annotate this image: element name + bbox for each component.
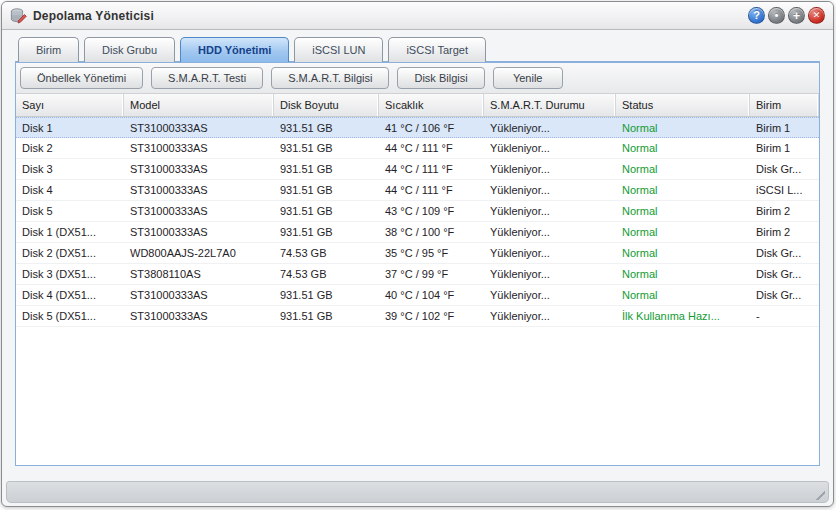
cell-temp: 44 °C / 111 °F [379, 138, 484, 158]
cell-temp: 40 °C / 104 °F [379, 285, 484, 305]
cell-size: 74.53 GB [274, 264, 379, 284]
column-header-s-m-a-r-t-durumu[interactable]: S.M.A.R.T. Durumu [484, 94, 616, 116]
table-row[interactable]: Disk 1 (DX51...ST31000333AS931.51 GB38 °… [16, 222, 819, 243]
s-m-a-r-t-testi-button[interactable]: S.M.A.R.T. Testi [151, 67, 263, 89]
cell-status: Normal [616, 118, 750, 137]
disk-bilgisi-button[interactable]: Disk Bilgisi [397, 67, 484, 89]
cell-model: ST31000333AS [124, 180, 274, 200]
hdd-management-panel: Önbellek YönetimiS.M.A.R.T. TestiS.M.A.R… [15, 61, 820, 466]
tab-iscsi-target[interactable]: iSCSI Target [388, 37, 486, 62]
help-button[interactable]: ? [748, 7, 765, 24]
cell-model: ST31000333AS [124, 159, 274, 179]
nbellek-y-netimi-button[interactable]: Önbellek Yönetimi [20, 67, 143, 89]
resize-grip-icon[interactable] [812, 487, 825, 500]
cell-model: ST31000333AS [124, 201, 274, 221]
tab-strip: BirimDisk GrubuHDD YönetimiiSCSI LUNiSCS… [15, 36, 820, 61]
cell-smart: Yükleniyor... [484, 180, 616, 200]
cell-volume: Birim 1 [750, 138, 816, 158]
table-row[interactable]: Disk 2ST31000333AS931.51 GB44 °C / 111 °… [16, 138, 819, 159]
cell-status: İlk Kullanıma Hazı... [616, 306, 750, 326]
cell-status: Normal [616, 201, 750, 221]
title-bar[interactable]: Depolama Yöneticisi ? • + ✕ [2, 2, 833, 30]
cell-size: 931.51 GB [274, 285, 379, 305]
cell-size: 931.51 GB [274, 306, 379, 326]
cell-size: 931.51 GB [274, 180, 379, 200]
window-controls: ? • + ✕ [748, 7, 825, 24]
cell-temp: 43 °C / 109 °F [379, 201, 484, 221]
tab-iscsi-lun[interactable]: iSCSI LUN [294, 37, 383, 62]
cell-size: 931.51 GB [274, 118, 379, 137]
cell-smart: Yükleniyor... [484, 201, 616, 221]
cell-size: 931.51 GB [274, 201, 379, 221]
cell-num: Disk 4 [16, 180, 124, 200]
cell-status: Normal [616, 285, 750, 305]
table-row[interactable]: Disk 4ST31000333AS931.51 GB44 °C / 111 °… [16, 180, 819, 201]
cell-smart: Yükleniyor... [484, 285, 616, 305]
column-header-model[interactable]: Model [124, 94, 274, 116]
cell-model: WD800AAJS-22L7A0 [124, 243, 274, 263]
minimize-button[interactable]: • [768, 7, 785, 24]
table-row[interactable]: Disk 1ST31000333AS931.51 GB41 °C / 106 °… [16, 117, 819, 138]
cell-model: ST3808110AS [124, 264, 274, 284]
cell-volume: Birim 2 [750, 222, 816, 242]
storage-disks-icon [10, 8, 27, 24]
cell-temp: 37 °C / 99 °F [379, 264, 484, 284]
maximize-button[interactable]: + [788, 7, 805, 24]
cell-volume: - [750, 306, 816, 326]
tab-disk-grubu[interactable]: Disk Grubu [84, 37, 175, 62]
table-row[interactable]: Disk 3ST31000333AS931.51 GB44 °C / 111 °… [16, 159, 819, 180]
yenile-button[interactable]: Yenile [493, 67, 563, 89]
cell-volume: Disk Gr... [750, 243, 816, 263]
table-row[interactable]: Disk 5 (DX51...ST31000333AS931.51 GB39 °… [16, 306, 819, 327]
cell-volume: Birim 2 [750, 201, 816, 221]
table-row[interactable]: Disk 2 (DX51...WD800AAJS-22L7A074.53 GB3… [16, 243, 819, 264]
cell-num: Disk 2 (DX51... [16, 243, 124, 263]
cell-model: ST31000333AS [124, 222, 274, 242]
cell-size: 931.51 GB [274, 138, 379, 158]
grid-header: SayıModelDisk BoyutuSıcaklıkS.M.A.R.T. D… [16, 94, 819, 117]
cell-num: Disk 1 (DX51... [16, 222, 124, 242]
disk-grid: SayıModelDisk BoyutuSıcaklıkS.M.A.R.T. D… [16, 94, 819, 465]
cell-smart: Yükleniyor... [484, 138, 616, 158]
grid-rows: Disk 1ST31000333AS931.51 GB41 °C / 106 °… [16, 117, 819, 465]
cell-volume: Disk Gr... [750, 264, 816, 284]
tab-hdd-y-netimi[interactable]: HDD Yönetimi [180, 37, 289, 62]
tab-birim[interactable]: Birim [18, 37, 79, 62]
cell-volume: iSCSI L... [750, 180, 816, 200]
cell-status: Normal [616, 180, 750, 200]
cell-size: 931.51 GB [274, 222, 379, 242]
cell-volume: Disk Gr... [750, 159, 816, 179]
cell-num: Disk 2 [16, 138, 124, 158]
cell-smart: Yükleniyor... [484, 159, 616, 179]
s-m-a-r-t-bilgisi-button[interactable]: S.M.A.R.T. Bilgisi [271, 67, 389, 89]
cell-model: ST31000333AS [124, 118, 274, 137]
cell-status: Normal [616, 159, 750, 179]
cell-size: 931.51 GB [274, 159, 379, 179]
status-bar [6, 481, 829, 503]
column-header-s-cakl-k[interactable]: Sıcaklık [379, 94, 484, 116]
toolbar: Önbellek YönetimiS.M.A.R.T. TestiS.M.A.R… [16, 63, 819, 94]
cell-model: ST31000333AS [124, 306, 274, 326]
cell-status: Normal [616, 138, 750, 158]
cell-size: 74.53 GB [274, 243, 379, 263]
cell-num: Disk 3 [16, 159, 124, 179]
cell-num: Disk 3 (DX51... [16, 264, 124, 284]
cell-num: Disk 5 (DX51... [16, 306, 124, 326]
table-row[interactable]: Disk 3 (DX51...ST3808110AS74.53 GB37 °C … [16, 264, 819, 285]
column-header-disk-boyutu[interactable]: Disk Boyutu [274, 94, 379, 116]
cell-smart: Yükleniyor... [484, 306, 616, 326]
cell-smart: Yükleniyor... [484, 118, 616, 137]
column-header-say[interactable]: Sayı [16, 94, 124, 116]
cell-volume: Birim 1 [750, 118, 816, 137]
window-body: BirimDisk GrubuHDD YönetimiiSCSI LUNiSCS… [2, 30, 833, 466]
cell-num: Disk 5 [16, 201, 124, 221]
cell-smart: Yükleniyor... [484, 243, 616, 263]
column-header-status[interactable]: Status [616, 94, 750, 116]
cell-temp: 41 °C / 106 °F [379, 118, 484, 137]
cell-model: ST31000333AS [124, 285, 274, 305]
column-header-birim[interactable]: Birim [750, 94, 819, 116]
storage-manager-window: Depolama Yöneticisi ? • + ✕ BirimDisk Gr… [1, 1, 834, 507]
table-row[interactable]: Disk 5ST31000333AS931.51 GB43 °C / 109 °… [16, 201, 819, 222]
table-row[interactable]: Disk 4 (DX51...ST31000333AS931.51 GB40 °… [16, 285, 819, 306]
close-button[interactable]: ✕ [808, 7, 825, 24]
